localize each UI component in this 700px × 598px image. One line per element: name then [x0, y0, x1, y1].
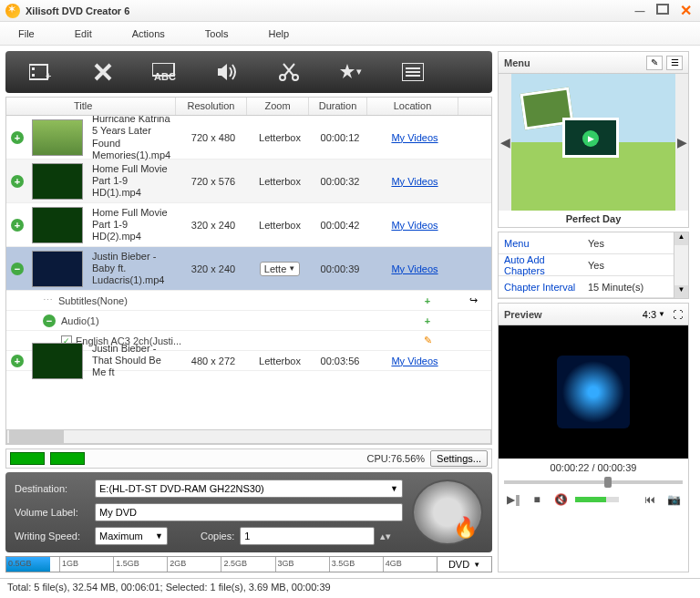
clip-icon[interactable]: [275, 60, 303, 84]
titlebar: Xilisoft DVD Creator 6 — ✕: [0, 0, 700, 22]
size-tick: 1.5GB: [114, 557, 168, 572]
size-tick: 2GB: [168, 557, 221, 572]
edit-menu-icon[interactable]: ✎: [646, 56, 663, 70]
export-icon[interactable]: ↪: [455, 294, 491, 306]
size-tick: 1GB: [60, 557, 114, 572]
grid-header: Title Resolution Zoom Duration Location: [6, 98, 491, 116]
snapshot-button[interactable]: 📷: [664, 491, 683, 508]
collapse-icon[interactable]: −: [11, 263, 24, 275]
menu-prev-arrow[interactable]: ◀: [499, 74, 511, 211]
volume-slider[interactable]: [575, 497, 619, 502]
cell-location[interactable]: My Videos: [369, 263, 460, 274]
menu-next-arrow[interactable]: ▶: [675, 74, 688, 211]
audio-icon[interactable]: [213, 60, 241, 84]
expand-icon[interactable]: +: [11, 131, 24, 144]
video-grid: Title Resolution Zoom Duration Location …: [5, 97, 492, 445]
effects-icon[interactable]: ▾: [337, 60, 365, 84]
preview-video[interactable]: [499, 325, 688, 459]
size-tick: 4GB: [384, 557, 438, 572]
video-thumbnail: [32, 343, 83, 379]
cell-resolution: 720 x 576: [178, 176, 249, 187]
menu-help[interactable]: Help: [268, 28, 289, 39]
table-row[interactable]: +Justin Bieber - That Should Be Me ft480…: [6, 351, 491, 371]
destination-combo[interactable]: E:(HL-DT-ST DVD-RAM GH22NS30)▼: [95, 479, 403, 498]
app-icon: [5, 4, 20, 18]
cell-location[interactable]: My Videos: [369, 220, 460, 231]
close-button[interactable]: ✕: [676, 4, 695, 18]
seek-bar[interactable]: [504, 477, 683, 488]
horizontal-scrollbar[interactable]: [6, 429, 491, 444]
list-icon[interactable]: [399, 60, 427, 84]
stop-button[interactable]: ■: [528, 491, 546, 508]
expand-icon[interactable]: +: [11, 175, 24, 188]
burn-button[interactable]: [412, 479, 483, 545]
table-row[interactable]: −Justin Bieber - Baby ft. Ludacris(1).mp…: [6, 247, 491, 291]
cell-title: Justin Bieber - Baby ft. Ludacris(1).mp4: [87, 251, 178, 287]
toolbar: + ABC ▾: [5, 51, 492, 93]
cell-duration: 00:00:32: [311, 176, 369, 187]
svg-rect-2: [32, 74, 35, 77]
svg-text:ABC: ABC: [154, 71, 176, 81]
list-menu-icon[interactable]: ☰: [666, 56, 683, 70]
menu-file[interactable]: File: [18, 28, 35, 39]
copies-stepper[interactable]: ▴▾: [380, 531, 391, 542]
table-row[interactable]: +Home Full Movie Part 1-9 HD(1).mp4720 x…: [6, 160, 491, 203]
menu-edit[interactable]: Edit: [75, 28, 92, 39]
svg-text:▾: ▾: [356, 66, 362, 77]
add-subtitle-icon[interactable]: +: [400, 295, 455, 306]
aspect-combo[interactable]: 4:3▼⛶: [643, 309, 683, 320]
volume-input[interactable]: [95, 503, 403, 521]
menu-tools[interactable]: Tools: [205, 28, 229, 39]
subtitle-icon[interactable]: ABC: [151, 60, 179, 84]
table-row[interactable]: +Hurricane Katrina 5 Years Later Found M…: [6, 116, 491, 160]
audio-row[interactable]: Audio(1): [61, 315, 400, 326]
speed-combo[interactable]: Maximum▼: [95, 527, 168, 545]
cpu-label: CPU:76.56%: [366, 453, 425, 464]
size-bar: 0.5GB1GB1.5GB2GB2.5GB3GB3.5GB4GB4.5GB DV…: [5, 556, 492, 572]
menu-template-preview[interactable]: ▶: [511, 74, 675, 211]
cell-location[interactable]: My Videos: [369, 176, 460, 187]
table-row[interactable]: +Home Full Movie Part 1-9 HD(2).mp4320 x…: [6, 203, 491, 247]
col-duration[interactable]: Duration: [309, 98, 367, 115]
col-location[interactable]: Location: [367, 98, 458, 115]
cell-location[interactable]: My Videos: [369, 132, 460, 143]
settings-button[interactable]: Settings...: [430, 450, 488, 467]
menu-template-name: Perfect Day: [499, 211, 688, 227]
expand-icon[interactable]: +: [11, 355, 24, 367]
property-row[interactable]: Auto Add ChaptersYes: [499, 254, 674, 276]
cell-duration: 00:00:39: [311, 263, 369, 274]
preview-panel: Preview 4:3▼⛶ 00:00:22 / 00:00:39 ▶‖ ■ 🔇…: [498, 303, 689, 572]
play-pause-button[interactable]: ▶‖: [504, 491, 522, 508]
edit-audio-icon[interactable]: ✎: [400, 335, 455, 346]
add-audio-icon[interactable]: +: [400, 315, 455, 326]
col-title[interactable]: Title: [6, 98, 176, 115]
subtitles-row[interactable]: Subtitles(None): [58, 295, 400, 306]
cell-location[interactable]: My Videos: [369, 356, 460, 366]
cell-duration: 00:00:12: [311, 132, 369, 143]
disc-type-combo[interactable]: DVD▼: [437, 557, 491, 572]
prev-frame-button[interactable]: ⏮: [641, 491, 659, 508]
size-tick: 3.5GB: [330, 557, 384, 572]
cell-zoom: Letterbox: [249, 220, 311, 231]
cell-title: Home Full Movie Part 1-9 HD(2).mp4: [87, 207, 178, 243]
cell-resolution: 720 x 480: [178, 132, 249, 143]
property-row[interactable]: Chapter Interval15 Minute(s): [499, 276, 674, 298]
props-scrollbar[interactable]: ▲▼: [674, 232, 688, 298]
video-thumbnail: [32, 207, 83, 243]
video-thumbnail: [32, 119, 83, 156]
copies-input[interactable]: [240, 527, 375, 545]
mute-button[interactable]: 🔇: [551, 491, 570, 508]
col-zoom[interactable]: Zoom: [247, 98, 309, 115]
expand-icon[interactable]: +: [11, 219, 24, 232]
video-thumbnail: [32, 163, 83, 200]
delete-icon[interactable]: [89, 60, 117, 84]
add-video-icon[interactable]: +: [27, 60, 55, 84]
copies-label: Copies:: [201, 531, 234, 541]
property-row[interactable]: MenuYes: [499, 232, 674, 254]
minimize-button[interactable]: —: [631, 4, 649, 18]
maximize-button[interactable]: [656, 4, 669, 15]
menu-actions[interactable]: Actions: [132, 28, 165, 39]
preview-time: 00:00:22 / 00:00:39: [499, 459, 688, 477]
cell-zoom[interactable]: Lette ▼: [249, 262, 311, 276]
col-resolution[interactable]: Resolution: [176, 98, 247, 115]
